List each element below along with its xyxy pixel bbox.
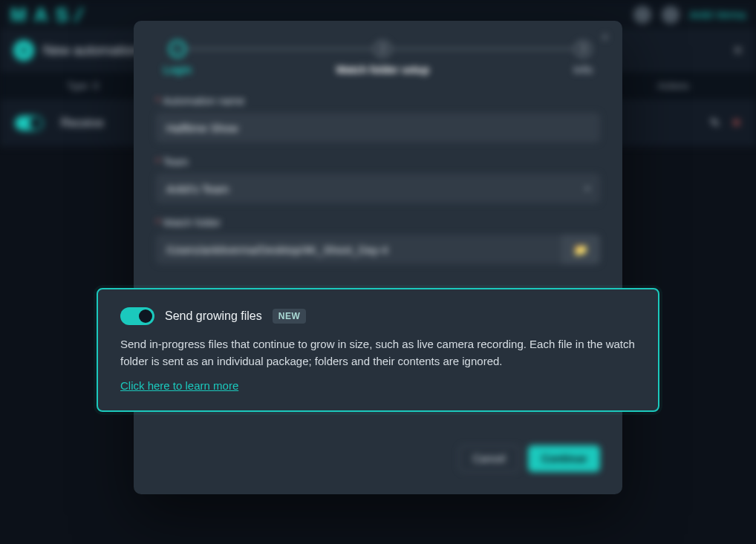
growing-files-callout: Send growing files NEW Send in-progress … (97, 288, 659, 412)
browse-button[interactable]: 📁 (561, 235, 600, 264)
avatar[interactable] (662, 6, 680, 24)
col-actions: Actions (657, 80, 689, 91)
col-type: Type (67, 80, 88, 91)
team-select[interactable] (156, 174, 600, 203)
folder-icon: 📁 (573, 243, 588, 257)
step-info: 3 Info (573, 40, 593, 76)
growing-files-label: Send growing files (165, 309, 262, 323)
field-automation-name: *Automation name (156, 95, 600, 142)
field-team: *Team ▾ (156, 156, 600, 203)
stepper: Login 2 Watch folder setup 3 Info (163, 40, 593, 76)
row-type-label: Receive (61, 117, 104, 130)
chevron-down-icon: ▾ (585, 183, 590, 194)
field-watch-folder: *Watch folder 📁 (156, 217, 600, 264)
delete-icon[interactable]: ✕ (731, 116, 741, 130)
continue-button[interactable]: Continue (528, 445, 600, 472)
watch-folder-input[interactable] (156, 235, 561, 264)
close-page-icon[interactable]: × (733, 41, 743, 60)
username[interactable]: Ankit Verma (690, 9, 746, 21)
step-login: Login (163, 40, 192, 76)
growing-files-description: Send in-progress files that continue to … (120, 335, 636, 370)
logo: MAS/ (10, 4, 88, 27)
new-badge: NEW (273, 309, 307, 324)
automation-name-label: Automation name (163, 95, 244, 107)
col-count: 8 (93, 80, 98, 91)
help-icon[interactable] (633, 6, 651, 24)
learn-more-link[interactable]: Click here to learn more (120, 379, 238, 392)
team-label: Team (163, 156, 188, 168)
page-title: New automation (43, 43, 140, 59)
add-automation-button[interactable]: + (13, 40, 34, 61)
watch-folder-label: Watch folder (163, 217, 221, 229)
growing-files-toggle[interactable] (120, 307, 154, 325)
close-icon[interactable]: × (601, 30, 609, 45)
setup-modal: × Login 2 Watch folder setup 3 Info *Aut… (134, 21, 622, 494)
cancel-button[interactable]: Cancel (459, 445, 520, 472)
automation-name-input[interactable] (156, 113, 600, 142)
edit-icon[interactable]: ✎ (710, 116, 720, 130)
row-toggle[interactable] (15, 116, 43, 131)
step-setup: 2 Watch folder setup (336, 40, 429, 76)
